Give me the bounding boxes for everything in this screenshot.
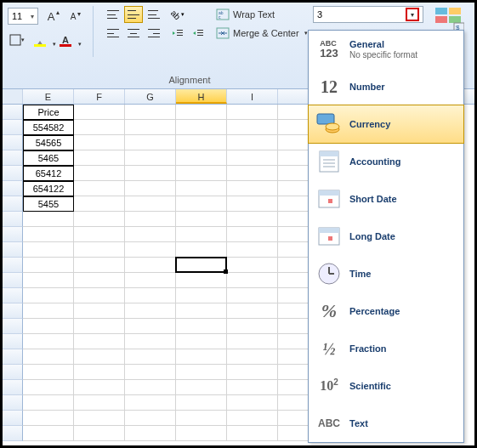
row-header[interactable] [3,166,23,181]
cell[interactable] [74,365,125,380]
align-right-button[interactable] [145,25,163,42]
cell[interactable] [23,227,74,242]
cell[interactable]: 554582 [23,120,74,135]
align-middle-button[interactable] [124,6,143,23]
cell[interactable] [176,319,227,334]
cell[interactable] [125,365,176,380]
cell[interactable]: 5455 [23,196,74,212]
cell[interactable] [176,303,227,319]
cell[interactable] [74,196,125,212]
row-header[interactable] [3,349,23,365]
row-header[interactable] [3,135,23,150]
align-center-button[interactable] [124,25,143,42]
row-header[interactable] [3,120,23,135]
format-option-accounting[interactable]: Accounting [309,143,463,180]
cell[interactable] [74,426,125,441]
cell[interactable] [23,288,74,303]
row-header[interactable] [3,334,23,349]
cell[interactable] [176,242,227,258]
cell[interactable] [23,319,74,334]
cell[interactable] [74,227,125,242]
align-top-button[interactable] [104,6,122,23]
row-header[interactable] [3,273,23,288]
cell[interactable] [74,135,125,150]
cell[interactable] [74,212,125,227]
cell[interactable] [227,273,278,288]
cell[interactable] [74,181,125,196]
cell[interactable] [125,319,176,334]
font-size-selector[interactable]: 11 [8,8,38,25]
cell[interactable] [125,105,176,120]
cell[interactable] [74,303,125,319]
cell[interactable] [125,395,176,411]
cell[interactable] [74,319,125,334]
cell[interactable] [125,227,176,242]
row-header[interactable] [3,288,23,303]
cell[interactable] [125,426,176,441]
row-header[interactable] [3,227,23,242]
column-header-H[interactable]: H [176,89,227,104]
cell[interactable] [227,411,278,426]
row-header[interactable] [3,258,23,273]
cell[interactable] [23,212,74,227]
cell[interactable] [176,349,227,365]
cell[interactable] [227,395,278,411]
cell[interactable] [227,288,278,303]
cell[interactable] [23,411,74,426]
format-option-long-date[interactable]: Long Date [309,218,463,255]
cell[interactable] [176,258,227,273]
cell[interactable] [176,334,227,349]
cell[interactable] [227,181,278,196]
orientation-button[interactable]: ab▾ [168,6,187,23]
cell[interactable] [125,181,176,196]
cell[interactable] [227,166,278,181]
cell[interactable] [227,426,278,441]
cell[interactable] [125,303,176,319]
cell[interactable] [227,242,278,258]
cell[interactable] [74,150,125,166]
column-header-G[interactable]: G [125,89,176,104]
cell[interactable] [227,334,278,349]
merge-center-button[interactable]: Merge & Center▾ [213,25,311,42]
row-header[interactable] [3,303,23,319]
cell[interactable] [23,380,74,395]
cell[interactable] [227,258,278,273]
cell[interactable] [176,120,227,135]
column-header-F[interactable]: F [74,89,125,104]
cell[interactable] [23,426,74,441]
column-header-I[interactable]: I [227,89,278,104]
cell[interactable] [176,196,227,212]
row-header[interactable] [3,212,23,227]
row-header[interactable] [3,242,23,258]
row-header[interactable] [3,426,23,441]
cell[interactable] [176,105,227,120]
cell[interactable] [74,349,125,365]
number-format-selector[interactable]: 3 ▾ [313,6,423,23]
cell[interactable] [227,380,278,395]
cell[interactable] [74,120,125,135]
format-option-text[interactable]: ABCText [309,405,463,442]
fill-color-button[interactable]: ▾ [28,31,52,48]
cell[interactable] [176,135,227,150]
cell[interactable] [74,105,125,120]
cell[interactable] [74,258,125,273]
row-header[interactable] [3,380,23,395]
row-header[interactable] [3,365,23,380]
cell[interactable] [227,227,278,242]
cell[interactable] [23,258,74,273]
cell[interactable] [74,395,125,411]
cell[interactable] [125,242,176,258]
cell[interactable] [176,150,227,166]
cell[interactable] [74,411,125,426]
cell[interactable] [125,380,176,395]
cell[interactable] [74,334,125,349]
cell[interactable] [227,120,278,135]
format-option-general[interactable]: ABC123GeneralNo specific format [309,31,463,68]
cell[interactable] [176,411,227,426]
cell[interactable] [176,395,227,411]
border-button[interactable]: ▾ [8,31,26,48]
font-color-button[interactable]: A▾ [54,31,77,48]
cell[interactable] [23,303,74,319]
cell[interactable] [125,288,176,303]
cell[interactable] [23,395,74,411]
